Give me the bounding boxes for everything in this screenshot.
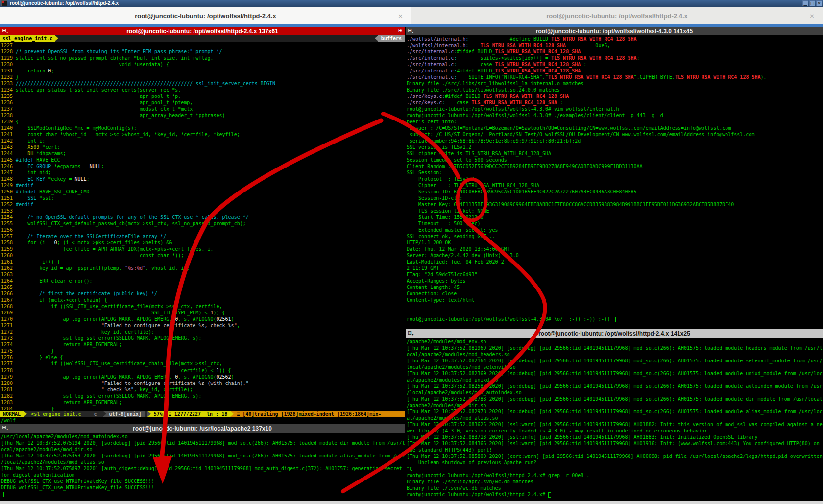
terminal-line: 1276 } else { [1,354,405,360]
wolfssl-terminal[interactable]: ./wolfssl/internal.h: #define BUILD_TLS_… [406,35,823,329]
terminal-line: 1271 "Failed to configure certificate %s… [1,322,405,329]
terminal-line: Binary file ./src/.libs/libwolfssl.so.24… [407,87,823,93]
terminal-line: /usr/local/apache2/modules/mod_autoindex… [1,433,405,440]
terminal-line: 1244 DH *dhparams; [1,150,405,157]
terminal-line: root@juncotic-lubuntu:/opt/wolfssl/httpd… [407,491,823,498]
terminal-line: /local/apache2/modules/mod_autoindex.so [407,389,823,396]
terminal-line: 1255 wolfSSL_CTX_set_default_passwd_cb(m… [1,220,405,227]
terminal-line: [Thu Mar 12 10:37:52.081969 2020] [so:de… [407,345,823,351]
terminal-line: 2:11:19 GMT [407,265,823,271]
terminator-window: root@juncotic-lubuntu: /opt/wolfssl/http… [0,0,823,504]
statusline-position: ≡ 1277/2227 [166,411,204,417]
terminal-line: SSL cipher suite is TLS_NTRU_RSA_WITH_RC… [407,150,823,157]
terminal-line: [Thu Mar 12 10:37:52.082369 2020] [so:de… [407,370,823,377]
tab-httpd-active[interactable]: root@juncotic-lubuntu: /opt/wolfssl/http… [0,7,412,24]
terminal-line: ./wolfssl/internal.h: TLS_NTRU_RSA_WITH_… [407,42,823,48]
vim-buffer-tab[interactable]: ssl_engine_init.c [0,35,55,42]
terminal-line: 1279 ap_log_error(APLOG_MARK, APLOG_EMER… [1,374,405,380]
statusline-encoding: utf-8[unix] [106,411,145,417]
terminal-line: 1267 if (mctx->cert_chain) { [1,297,405,303]
powerline-arrow-icon [230,411,234,417]
terminal-cursor [548,492,551,498]
terminal-line: -- Unclean shutdown of previous Apache r… [407,459,823,466]
terminal-line: al/apache2/modules/mod_alias.so [407,415,823,421]
terminal-line: 1239 { [1,119,405,125]
terminal-line: root@juncotic-lubuntu:/opt/wolfssl/wolfs… [407,112,823,119]
terminal-line: ./src/keys.c: case TLS_NTRU_RSA_WITH_RC4… [407,99,823,106]
vim-buffers-button[interactable]: buffers [378,35,405,42]
powerline-arrow-icon [24,411,27,417]
terminal-cursor [1,492,4,497]
terminal-line: Binary file ./srclib/apr/.svn/wc.db matc… [407,479,823,485]
terminal-app-icon [1,0,7,6]
httpd-terminal[interactable]: /apache2/modules/mod_env.so[Thu Mar 12 1… [406,338,823,504]
terminal-line: 1235 apr_pool_t *p, [1,93,405,99]
terminal-line: Content-Length: 45 [407,284,823,290]
tab-close-icon[interactable]: × [809,12,815,20]
terminal-line: serial number:94:68:8b:78:9e:1e:8b:e9:97… [407,138,823,144]
window-bottom-border [0,501,823,504]
terminal-line: 1251 SSL *ssl; [1,195,405,201]
terminal-line [407,303,823,310]
terminal-line: wer library (4.3.0, version currently lo… [407,428,823,434]
minimize-button[interactable]: ▁ [802,0,808,6]
tab-close-icon[interactable]: × [398,12,403,20]
window-titlebar[interactable]: root@juncotic-lubuntu: /opt/wolfssl/http… [0,0,823,7]
terminal-line: 1260 const char *)); [1,252,405,259]
pane-grid-icon: ⊞▾ [2,424,8,431]
terminal-cursor [613,317,616,322]
statusline-filename: <sl_engine_init.c [27,411,84,417]
terminal-line: ETag: "2d-59dc751cc6d93" [407,271,823,278]
terminal-line: local/apache2/modules/mod_setenvif.so [407,364,823,370]
statusline-filetype: c [91,411,99,417]
terminal-line: /apache2/modules/mod_dir.so [407,402,823,408]
window-title: root@juncotic-lubuntu: /opt/wolfssl/http… [10,0,119,7]
terminal-line: DEBUG wolfSSL_CTX_use_NTRUPrivateKey_fil… [1,478,405,484]
terminal-line: subject: /C=US/ST=Orgeon/L=Portland/SN=T… [407,131,823,138]
terminal-line: ./src/internal.c:#ifdef BUILD_TLS_NTRU_R… [407,48,823,55]
terminal-line: Content-Type: text/html [407,297,823,303]
vim-statusline: NORMAL <sl_engine_init.c c utf-8[unix] 5… [0,411,405,417]
terminal-line: 1248 EC_KEY *eckey = NULL; [1,176,405,182]
pane-title-wolfssl[interactable]: ⊞▾ root@juncotic-lubuntu: /opt/wolfssl/w… [406,27,823,35]
pane-title-vim[interactable]: ⊞▾ root@juncotic-lubuntu: /opt/wolfssl/h… [0,27,405,35]
terminal-line: 1254 /* no OpenSSL default prompts for a… [1,214,405,220]
close-button[interactable]: ✕ [816,0,822,6]
terminal-line: 1266 /* first the certificate (public ke… [1,290,405,297]
apache-terminal[interactable]: /usr/local/apache2/modules/mod_autoindex… [0,433,405,504]
terminal-line: Session-ID-ctx: [407,195,823,201]
maximize-button[interactable]: □ [809,0,815,6]
terminal-line: 1269 SSL_FILETYPE_PEM) < 1)) { [1,310,405,316]
terminal-line: Last-Modified: Tue, 04 Feb 2020 2 [407,259,823,265]
terminal-line: 1249 #endif [1,182,405,189]
pane-title-text: root@juncotic-lubuntu: /opt/wolfssl/wolf… [536,28,693,35]
terminal-line: 1232 } [1,74,405,80]
terminal-line: 1278 certfile) < 1)) { [1,367,405,374]
terminal-line: [Thu Mar 12 10:37:52.082978 2020] [so:de… [407,408,823,415]
terminal-line: 1246 EC_GROUP *ecparams = NULL; [1,163,405,169]
terminal-line: 1282 ssl_log_ssl_error(SSLLOG_MARK, APLO… [1,393,405,399]
terminal-line: [Thu Mar 12 10:37:52.085800 2020] [core:… [407,453,823,459]
statusline-percent: 57% [151,411,166,417]
terminal-line: 1247 int nid; [1,169,405,176]
terminal-line: 1280 "Failed to configure certificate %s… [1,380,405,386]
vim-code-area[interactable]: 1227 1228 /* prevent OpenSSL from showin… [0,42,405,411]
pane-title-apache[interactable]: ⊞▾ root@juncotic-lubuntu: /usr/local/apa… [0,424,405,433]
pane-title-text: root@juncotic-lubuntu: /usr/local/apache… [133,425,272,432]
terminal-line: ./src/internal.c: SUITE_INFO("NTRU-RC4-S… [407,74,823,80]
terminal-line: 1233 ///////////////////////////////////… [1,80,405,87]
powerline-arrow-icon [55,35,58,41]
terminal-line: 1284 } [1,406,405,411]
terminal-line: ./src/internal.c: suites->suites[idx++] … [407,55,823,61]
pane-title-httpd[interactable]: ⊞▾ root@juncotic-lubuntu: /opt/wolfssl/h… [406,329,823,338]
terminal-line: [Thu Mar 12 10:37:52.075453 2020] [so:de… [1,453,405,459]
terminal-line: 1277 if ((wolfSSL_CTX_use_certificate_ch… [1,360,405,367]
terminal-line: Connection: close [407,290,823,297]
terminal-line: Session timeout set to 500 seconds [407,157,823,163]
terminal-line [1,491,405,497]
tab-httpd-inactive[interactable]: root@juncotic-lubuntu: /opt/wolfssl/http… [412,7,823,24]
terminal-line: 1240 SSLModConfigRec *mc = myModConfig(s… [1,125,405,131]
terminal-line: 1273 ssl_log_ssl_error(SSLLOG_MARK, APLO… [1,335,405,341]
terminal-line: 1252 #endif [1,201,405,208]
terminal-line: 1236 apr_pool_t *ptemp, [1,99,405,106]
